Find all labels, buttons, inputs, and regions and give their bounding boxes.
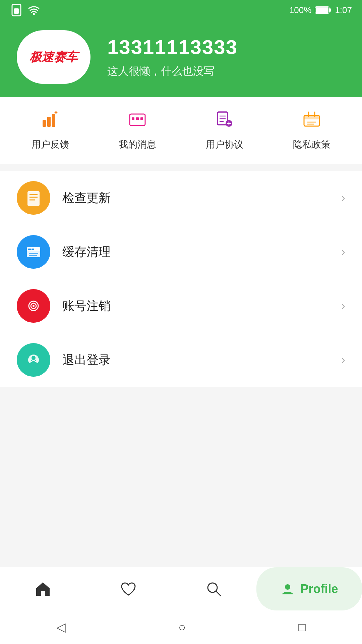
menu-item-clear-cache[interactable]: 缓存清理 › [0,225,362,279]
avatar[interactable]: 极速赛车 [17,30,90,84]
feedback-icon [41,111,59,133]
svg-rect-14 [140,117,143,120]
user-bio: 这人很懒，什么也没写 [107,64,238,79]
clear-cache-label: 缓存清理 [62,244,329,260]
status-left [10,4,40,16]
user-info: 13311113333 这人很懒，什么也没写 [107,36,238,79]
action-agreement[interactable]: 用户协议 [206,111,243,151]
quick-actions: 用户反馈 我的消息 用户协议 [0,97,362,164]
privacy-icon [303,111,321,133]
home-icon [34,580,52,598]
sys-recent-button[interactable]: □ [298,620,306,634]
profile-nav-label: Profile [300,582,338,596]
time-text: 1:07 [335,5,352,15]
user-phone: 13311113333 [107,36,238,59]
agreement-label: 用户协议 [206,138,243,151]
nav-search[interactable] [171,567,256,610]
menu-item-logout[interactable]: 退出登录 › [0,333,362,387]
feedback-label: 用户反馈 [32,138,69,151]
battery-icon [315,5,331,15]
logout-label: 退出登录 [62,352,329,368]
svg-rect-24 [304,115,319,119]
sys-nav: ◁ ○ □ [0,610,362,644]
svg-point-41 [32,356,36,360]
svg-rect-7 [47,117,51,127]
cancel-account-arrow: › [341,299,345,313]
action-privacy[interactable]: 隐私政策 [293,111,330,151]
sim-icon [10,4,23,16]
sys-back-button[interactable]: ◁ [56,620,66,634]
svg-point-2 [33,13,35,15]
favorites-icon [120,580,137,598]
svg-rect-34 [32,249,34,250]
profile-icon [280,582,295,596]
nav-profile[interactable]: Profile [256,567,362,610]
clear-cache-arrow: › [341,245,345,259]
check-update-icon-wrap [17,181,50,215]
header-banner: 极速赛车 13311113333 这人很懒，什么也没写 [0,20,362,104]
action-feedback[interactable]: 用户反馈 [32,111,69,151]
svg-line-43 [216,591,221,596]
bottom-nav: Profile [0,567,362,610]
agreement-icon [216,111,234,133]
action-messages[interactable]: 我的消息 [119,111,156,151]
svg-point-39 [33,305,35,307]
logout-icon-wrap [17,343,50,377]
svg-rect-33 [28,249,31,250]
check-update-label: 检查更新 [62,190,329,206]
svg-rect-8 [52,114,55,127]
messages-icon [128,111,146,133]
messages-label: 我的消息 [119,138,156,151]
svg-rect-5 [316,7,328,13]
cancel-account-label: 账号注销 [62,298,329,314]
search-icon [205,580,223,598]
privacy-label: 隐私政策 [293,138,330,151]
nav-favorites[interactable] [85,567,171,610]
menu-item-check-update[interactable]: 检查更新 › [0,171,362,225]
svg-point-44 [285,584,290,590]
svg-rect-1 [14,8,19,14]
clear-cache-icon-wrap [17,235,50,269]
avatar-text: 极速赛车 [29,50,78,64]
menu-item-cancel-account[interactable]: 账号注销 › [0,279,362,333]
svg-rect-6 [43,120,46,127]
check-update-arrow: › [341,191,345,205]
status-right: 100% 1:07 [289,5,352,15]
svg-rect-4 [329,8,331,12]
wifi-icon [27,4,40,16]
svg-rect-12 [132,117,134,120]
status-bar: 100% 1:07 [0,0,362,20]
battery-text: 100% [289,5,312,15]
nav-home[interactable] [0,567,85,610]
menu-list: 检查更新 › 缓存清理 › 账号注销 › [0,171,362,387]
svg-rect-27 [27,191,40,206]
cancel-account-icon-wrap [17,289,50,323]
logout-arrow: › [341,353,345,367]
svg-rect-13 [136,117,139,120]
sys-home-button[interactable]: ○ [178,620,186,634]
